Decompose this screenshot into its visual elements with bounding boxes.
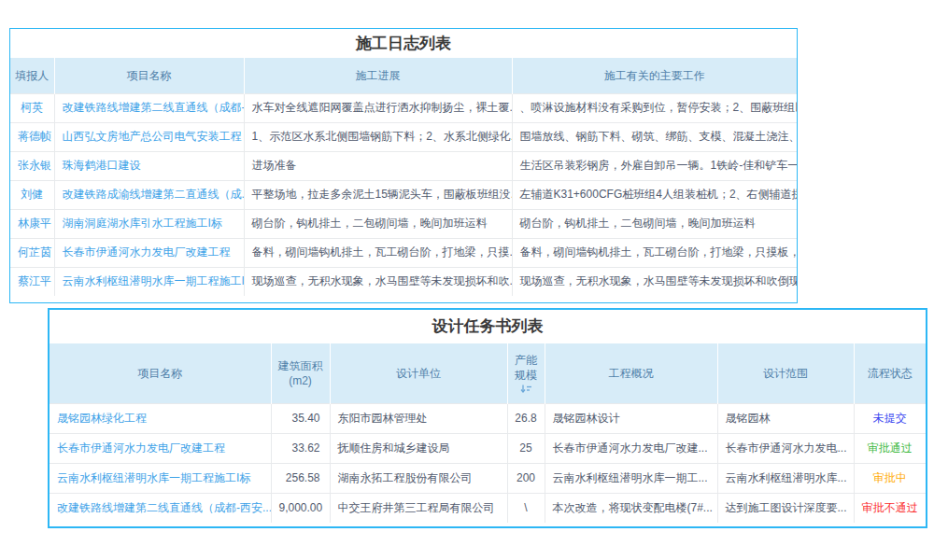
sort-capacity-icon[interactable] <box>520 385 532 393</box>
status-badge: 审批中 <box>854 463 926 493</box>
table-row: 改建铁路线增建第二线直通线（成都-西安... 9,000.00 中交王府井第三工… <box>50 493 926 523</box>
design-col-project: 项目名称 <box>50 343 271 403</box>
capacity-cell: 26.8 <box>507 403 545 433</box>
log-col-progress: 施工进展 <box>244 58 512 93</box>
table-row: 云南水利枢纽潜明水库一期工程施工I标 256.58 湖南永拓工程股份有限公司 2… <box>50 463 926 493</box>
progress-cell: 进场准备 <box>244 151 512 180</box>
main-work-cell: 围墙放线、钢筋下料、砌筑、绑筋、支模、混凝土浇注、清... <box>512 122 797 151</box>
status-badge: 审批通过 <box>854 433 926 463</box>
progress-cell: 水车对全线遮阳网覆盖点进行洒水抑制扬尘，裸土覆... <box>244 93 512 122</box>
capacity-cell: 200 <box>507 463 545 493</box>
project-link[interactable]: 湖南洞庭湖水库引水工程施工I标 <box>54 209 244 238</box>
scope-cell: 长春市伊通河水力发电... <box>717 433 854 463</box>
project-link[interactable]: 改建铁路线增建第二线直通线（成都-西安... <box>50 493 271 523</box>
table-row: 林康平 湖南洞庭湖水库引水工程施工I标 砌台阶，钩机排土，二包砌间墙，晚间加班运… <box>10 209 797 238</box>
designer-cell: 东阳市园林管理处 <box>330 403 507 433</box>
table-row: 刘健 改建铁路成渝线增建第二直通线（成... 平整场地，拉走多余泥土15辆泥头车… <box>10 180 797 209</box>
project-link[interactable]: 长春市伊通河水力发电厂改建工程 <box>54 238 244 267</box>
project-link[interactable]: 改建铁路成渝线增建第二直通线（成... <box>54 180 244 209</box>
designer-cell: 中交王府井第三工程局有限公司 <box>330 493 507 523</box>
log-header-row: 填报人 项目名称 施工进展 施工有关的主要工作 <box>10 58 797 93</box>
design-col-capacity: 产能规模 <box>507 343 545 403</box>
design-task-panel: 设计任务书列表 项目名称 建筑面积 (m2) 设计单位 产能规模 工程概况 <box>48 308 927 528</box>
log-col-project: 项目名称 <box>54 58 244 93</box>
project-link[interactable]: 云南水利枢纽潜明水库一期工程施工I标 <box>54 267 244 296</box>
reporter-link[interactable]: 刘健 <box>10 180 54 209</box>
table-row: 蒋德帧 山西弘文房地产总公司电气安装工程 1、示范区水系北侧围墙钢筋下料；2、水… <box>10 122 797 151</box>
table-row: 何芷茵 长春市伊通河水力发电厂改建工程 备料，砌间墙钩机排土，瓦工砌台阶，打地梁… <box>10 238 797 267</box>
reporter-link[interactable]: 蔡江平 <box>10 267 54 296</box>
design-task-table: 项目名称 建筑面积 (m2) 设计单位 产能规模 工程概况 设计范围 流程状态 <box>50 343 926 523</box>
area-cell: 35.40 <box>271 403 330 433</box>
design-col-status: 流程状态 <box>854 343 926 403</box>
reporter-link[interactable]: 蒋德帧 <box>10 122 54 151</box>
status-badge: 未提交 <box>854 403 926 433</box>
reporter-link[interactable]: 张永银 <box>10 151 54 180</box>
main-work-cell: 生活区吊装彩钢房，外雇自卸吊一辆。1铁岭-佳和铲车一台 <box>512 151 797 180</box>
project-link[interactable]: 云南水利枢纽潜明水库一期工程施工I标 <box>50 463 271 493</box>
project-link[interactable]: 晟铭园林绿化工程 <box>50 403 271 433</box>
table-row: 柯英 改建铁路线增建第二线直通线（成都-... 水车对全线遮阳网覆盖点进行洒水抑… <box>10 93 797 122</box>
progress-cell: 砌台阶，钩机排土，二包砌间墙，晚间加班运料 <box>244 209 512 238</box>
log-col-reporter: 填报人 <box>10 58 54 93</box>
designer-cell: 抚顺住房和城乡建设局 <box>330 433 507 463</box>
main-work-cell: 备料，砌间墙钩机排土，瓦工砌台阶，打地梁，只摸板，砌... <box>512 238 797 267</box>
main-work-cell: 砌台阶，钩机排土，二包砌间墙，晚间加班运料 <box>512 209 797 238</box>
project-link[interactable]: 山西弘文房地产总公司电气安装工程 <box>54 122 244 151</box>
overview-cell: 本次改造，将现状变配电楼(7#... <box>545 493 717 523</box>
scope-cell: 云南水利枢纽潜明水库... <box>717 463 854 493</box>
construction-log-table: 填报人 项目名称 施工进展 施工有关的主要工作 柯英 改建铁路线增建第二线直通线… <box>10 58 797 296</box>
design-task-title: 设计任务书列表 <box>50 310 926 343</box>
area-cell: 33.62 <box>271 433 330 463</box>
scope-cell: 达到施工图设计深度要... <box>717 493 854 523</box>
main-work-cell: 现场巡查，无积水现象，水马围壁等未发现损坏和吹倒现象 ... <box>512 267 797 296</box>
table-row: 蔡江平 云南水利枢纽潜明水库一期工程施工I标 现场巡查，无积水现象，水马围壁等未… <box>10 267 797 296</box>
reporter-link[interactable]: 林康平 <box>10 209 54 238</box>
design-col-overview: 工程概况 <box>545 343 717 403</box>
main-work-cell: 左辅道K31+600CFG桩班组4人组装桩机；2、右侧辅道拼宽... <box>512 180 797 209</box>
area-cell: 256.58 <box>271 463 330 493</box>
overview-cell: 长春市伊通河水力发电厂改建... <box>545 433 717 463</box>
scope-cell: 晟铭园林 <box>717 403 854 433</box>
reporter-link[interactable]: 柯英 <box>10 93 54 122</box>
overview-cell: 晟铭园林设计 <box>545 403 717 433</box>
table-row: 长春市伊通河水力发电厂改建工程 33.62 抚顺住房和城乡建设局 25 长春市伊… <box>50 433 926 463</box>
design-col-designer: 设计单位 <box>330 343 507 403</box>
main-work-cell: 、喷淋设施材料没有采购到位，暂停安装；2、围蔽班组以货... <box>512 93 797 122</box>
overview-cell: 云南水利枢纽潜明水库一期工... <box>545 463 717 493</box>
table-row: 张永银 珠海鹤港口建设 进场准备 生活区吊装彩钢房，外雇自卸吊一辆。1铁岭-佳和… <box>10 151 797 180</box>
design-col-area: 建筑面积 (m2) <box>271 343 330 403</box>
design-header-row: 项目名称 建筑面积 (m2) 设计单位 产能规模 工程概况 设计范围 流程状态 <box>50 343 926 403</box>
progress-cell: 平整场地，拉走多余泥土15辆泥头车，围蔽板班组没... <box>244 180 512 209</box>
log-col-main-work: 施工有关的主要工作 <box>512 58 797 93</box>
reporter-link[interactable]: 何芷茵 <box>10 238 54 267</box>
design-col-scope: 设计范围 <box>717 343 854 403</box>
project-link[interactable]: 珠海鹤港口建设 <box>54 151 244 180</box>
progress-cell: 1、示范区水系北侧围墙钢筋下料；2、水系北侧绿化... <box>244 122 512 151</box>
table-row: 晟铭园林绿化工程 35.40 东阳市园林管理处 26.8 晟铭园林设计 晟铭园林… <box>50 403 926 433</box>
designer-cell: 湖南永拓工程股份有限公司 <box>330 463 507 493</box>
area-cell: 9,000.00 <box>271 493 330 523</box>
capacity-column-label: 产能规模 <box>514 353 539 383</box>
status-badge: 审批不通过 <box>854 493 926 523</box>
construction-log-title: 施工日志列表 <box>10 29 797 58</box>
capacity-cell: \ <box>507 493 545 523</box>
progress-cell: 备料，砌间墙钩机排土，瓦工砌台阶，打地梁，只摸... <box>244 238 512 267</box>
capacity-cell: 25 <box>507 433 545 463</box>
project-link[interactable]: 长春市伊通河水力发电厂改建工程 <box>50 433 271 463</box>
construction-log-panel: 施工日志列表 填报人 项目名称 施工进展 施工有关的主要工作 柯英 改建铁路线增… <box>9 28 798 303</box>
progress-cell: 现场巡查，无积水现象，水马围壁等未发现损坏和吹... <box>244 267 512 296</box>
project-link[interactable]: 改建铁路线增建第二线直通线（成都-... <box>54 93 244 122</box>
